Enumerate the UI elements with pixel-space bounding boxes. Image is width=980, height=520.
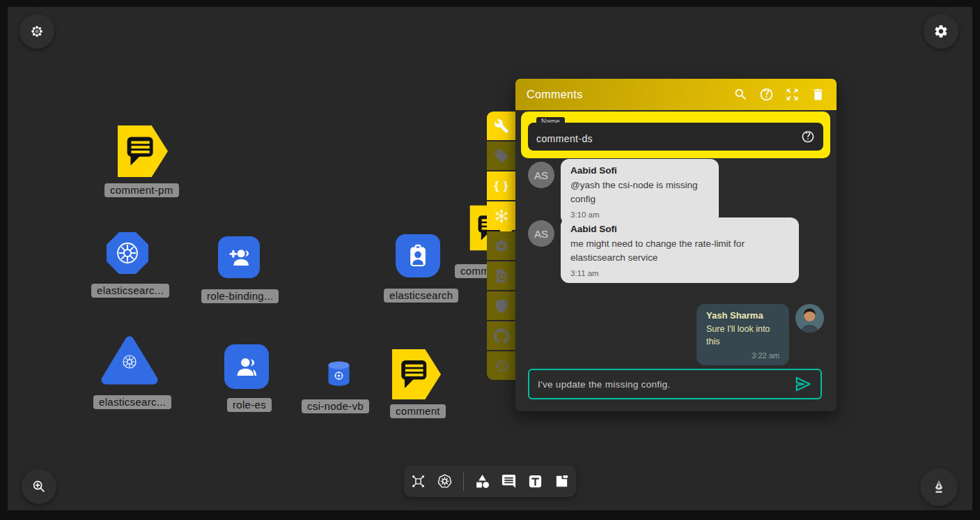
dock-divider [463,473,464,491]
node-label: elasticsearc... [93,395,171,409]
meshery-flower-icon [494,208,509,224]
node-label: role-binding... [201,289,279,303]
pen-nib-icon [931,479,947,496]
node-elasticsearch-triangle[interactable]: elasticsearc... [100,335,159,385]
trash-icon[interactable] [811,87,825,102]
history-button[interactable] [487,351,516,380]
message-text: Sure I'll look into this [706,323,779,348]
node-label: comment-pm [104,183,179,197]
braces-icon: { } [495,179,509,193]
message-text: me might need to change the rate-limit f… [570,237,789,264]
github-icon [494,328,509,344]
media-icon[interactable] [554,473,570,489]
node-label: role-es [227,398,272,412]
message-author: Yash Sharma [706,310,779,321]
message-text: @yash the csi-node is missing config [570,178,709,206]
field-help-icon[interactable] [801,130,815,144]
app-menu-button[interactable] [20,14,54,49]
avatar-photo [795,304,824,332]
gear-icon [494,238,509,254]
comments-panel-header[interactable]: Comments [515,79,837,110]
comments-panel: Comments Name comment-ds AS Aabid Sofi @… [515,79,837,411]
storage-cylinder-icon [327,360,351,387]
find-in-page-icon [494,268,509,284]
meshery-flower-button[interactable] [487,201,516,230]
help-icon[interactable] [759,87,774,102]
name-input-value: comment-ds [536,129,801,144]
kanvas-flower-icon [30,24,44,38]
name-input[interactable]: comment-ds [528,123,823,151]
node-elasticsearch-octagon[interactable]: elasticsearc... [107,232,148,274]
node-label: csi-node-vb [302,399,369,413]
network-schematic-icon[interactable] [410,473,426,489]
message-time: 3:11 am [570,269,789,277]
triangle-shape [100,335,159,385]
shapes-icon[interactable] [474,473,490,489]
tag-icon [494,148,509,164]
github-button[interactable] [487,321,516,350]
find-in-page-button[interactable] [487,261,516,290]
message-time: 3:22 am [706,351,779,360]
bottom-dock [404,466,576,497]
rounded-square-shape [396,234,440,277]
node-label: comment [390,404,446,418]
history-icon [494,358,509,374]
panel-title: Comments [527,89,722,101]
comment-shape-icon [391,349,442,400]
kubernetes-wheel-icon [115,240,140,266]
node-elasticsearch-sa[interactable]: elasticsearch [396,234,440,277]
zoom-button[interactable] [22,469,56,504]
node-label: elasticsearch [384,289,458,303]
shield-button[interactable] [487,291,516,320]
role-icon [233,353,260,381]
comment-icon[interactable] [501,473,517,489]
node-csi-node-vb[interactable]: csi-node-vb [327,360,351,387]
service-account-icon [404,242,432,270]
avatar-text: AS [534,169,548,181]
comment-input[interactable]: I've update the missing config. [528,369,822,399]
avatar-text: AS [534,228,548,240]
rounded-square-shape [224,344,269,389]
message-bubble[interactable]: Aabid Sofi me might need to change the r… [561,217,799,283]
comment-shape-icon [117,124,169,178]
node-label: elasticsearc... [91,284,169,298]
shield-icon [494,298,509,314]
message-bubble[interactable]: Aabid Sofi @yash the csi-node is missing… [561,159,719,224]
settings-gear-button[interactable] [487,231,516,260]
node-action-toolbar: { } [487,112,516,380]
role-binding-icon [226,244,252,270]
send-icon[interactable] [794,375,812,393]
node-comment[interactable]: comment [391,349,442,400]
braces-config-button[interactable]: { } [487,171,516,200]
avatar-initials: AS [528,220,554,247]
gear-icon [933,24,949,39]
message-author: Aabid Sofi [570,224,789,234]
zoom-in-icon [31,479,47,494]
node-role-binding[interactable]: role-binding... [218,236,260,278]
message-bubble[interactable]: Yash Sharma Sure I'll look into this 3:2… [697,304,789,365]
configure-wrench-button[interactable] [487,112,516,140]
wrench-icon [494,118,509,134]
text-icon[interactable] [527,473,543,489]
kubernetes-icon[interactable] [437,473,453,489]
node-role-es[interactable]: role-es [224,344,269,389]
comment-input-value: I've update the missing config. [538,379,794,390]
avatar-initials: AS [528,162,554,188]
rounded-square-shape [218,236,260,278]
octagon-shape [107,232,148,274]
expand-icon[interactable] [785,87,800,102]
search-icon[interactable] [733,87,748,102]
tag-button[interactable] [487,142,516,170]
message-author: Aabid Sofi [570,165,709,176]
name-field-block: Name comment-ds [521,112,830,158]
settings-button[interactable] [924,14,958,49]
node-comment-pm[interactable]: comment-pm [117,124,169,178]
kanvas-app: { "colors": { "canvas_bg": "#282828", "a… [0,0,980,520]
draw-button[interactable] [920,468,958,506]
avatar-portrait-icon [795,304,824,332]
